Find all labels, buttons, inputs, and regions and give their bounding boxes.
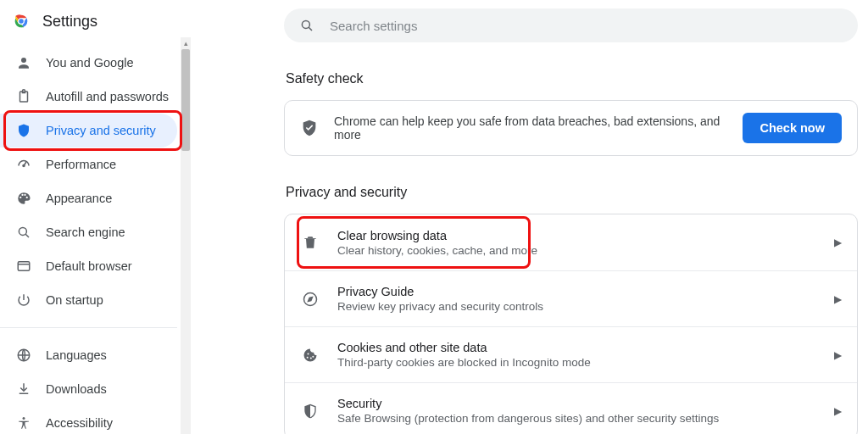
sidebar-item-label: Privacy and security (46, 124, 156, 137)
row-cookies[interactable]: Cookies and other site data Third-party … (285, 326, 857, 382)
clipboard-icon (15, 88, 32, 105)
search-icon (15, 224, 32, 241)
accessibility-icon (15, 415, 32, 431)
svg-point-8 (23, 417, 25, 420)
search-bar[interactable] (284, 8, 858, 42)
main-content: Safety check Chrome can help keep you sa… (191, 0, 868, 434)
sidebar-item-languages[interactable]: Languages (0, 338, 177, 372)
sidebar-item-label: Appearance (46, 192, 112, 205)
sidebar-separator (0, 327, 177, 328)
sidebar-item-search-engine[interactable]: Search engine (0, 215, 177, 249)
sidebar-item-autofill[interactable]: Autofill and passwords (0, 80, 177, 114)
chevron-right-icon: ▶ (834, 236, 842, 248)
privacy-heading: Privacy and security (286, 185, 858, 200)
sidebar-item-you-and-google[interactable]: You and Google (0, 46, 177, 80)
app-root: Settings ▴ You and Google Autofill and p… (0, 0, 868, 434)
trash-icon (300, 232, 320, 253)
row-body: Cookies and other site data Third-party … (337, 341, 827, 369)
row-security[interactable]: Security Safe Browsing (protection from … (285, 382, 857, 434)
globe-icon (15, 347, 32, 364)
cookie-icon (300, 345, 320, 365)
svg-point-4 (23, 164, 25, 166)
sidebar-item-label: On startup (46, 293, 103, 307)
download-icon (15, 381, 32, 398)
sidebar-item-label: Accessibility (46, 416, 113, 430)
chevron-right-icon: ▶ (834, 405, 842, 417)
svg-point-5 (19, 227, 26, 235)
search-input[interactable] (328, 18, 843, 34)
sidebar-item-label: You and Google (46, 56, 133, 70)
sidebar-item-label: Default browser (46, 259, 132, 273)
row-privacy-guide[interactable]: Privacy Guide Review key privacy and sec… (285, 270, 857, 326)
svg-point-3 (21, 58, 26, 63)
sidebar-item-downloads[interactable]: Downloads (0, 372, 177, 406)
settings-title: Settings (42, 13, 97, 31)
scrollbar-thumb[interactable] (181, 49, 190, 151)
sidebar-item-label: Search engine (46, 225, 125, 239)
row-title: Security (337, 397, 827, 410)
safety-check-heading: Safety check (286, 71, 858, 86)
row-sub: Third-party cookies are blocked in Incog… (337, 356, 827, 369)
chevron-right-icon: ▶ (834, 349, 842, 361)
row-body: Privacy Guide Review key privacy and sec… (337, 285, 827, 313)
row-body: Clear browsing data Clear history, cooki… (337, 229, 827, 257)
search-icon (299, 18, 314, 33)
safety-check-card: Chrome can help keep you safe from data … (284, 100, 858, 156)
shield-icon (15, 122, 32, 139)
sidebar: Settings ▴ You and Google Autofill and p… (0, 0, 191, 434)
row-sub: Clear history, cookies, cache, and more (337, 244, 827, 257)
check-now-button[interactable]: Check now (743, 113, 842, 143)
chevron-right-icon: ▶ (834, 293, 842, 305)
shield-half-icon (300, 401, 320, 421)
svg-point-9 (302, 20, 309, 28)
compass-icon (300, 289, 320, 309)
row-sub: Safe Browsing (protection from dangerous… (337, 412, 827, 425)
sidebar-header: Settings (0, 7, 191, 42)
browser-icon (15, 258, 32, 275)
row-title: Privacy Guide (337, 285, 827, 298)
speedometer-icon (15, 156, 32, 173)
safety-check-message: Chrome can help keep you safe from data … (334, 114, 727, 142)
power-icon (15, 292, 32, 309)
row-title: Clear browsing data (337, 229, 827, 242)
svg-rect-6 (18, 262, 30, 271)
sidebar-item-label: Languages (46, 348, 107, 362)
chrome-logo-icon (12, 12, 31, 31)
sidebar-nav: You and Google Autofill and passwords Pr… (0, 42, 191, 434)
row-sub: Review key privacy and security controls (337, 300, 827, 313)
sidebar-item-accessibility[interactable]: Accessibility (0, 406, 177, 434)
sidebar-item-default-browser[interactable]: Default browser (0, 249, 177, 283)
sidebar-item-performance[interactable]: Performance (0, 147, 177, 181)
sidebar-item-privacy-security[interactable]: Privacy and security (0, 114, 177, 147)
sidebar-item-label: Autofill and passwords (46, 90, 169, 103)
row-body: Security Safe Browsing (protection from … (337, 397, 827, 425)
sidebar-item-appearance[interactable]: Appearance (0, 181, 177, 215)
scrollbar-up-icon[interactable]: ▴ (181, 37, 191, 49)
sidebar-scrollbar[interactable]: ▴ (181, 37, 191, 434)
sidebar-item-on-startup[interactable]: On startup (0, 283, 177, 317)
row-clear-browsing-data[interactable]: Clear browsing data Clear history, cooki… (285, 214, 857, 270)
sidebar-item-label: Performance (46, 158, 116, 171)
sidebar-item-label: Downloads (46, 382, 107, 396)
row-title: Cookies and other site data (337, 341, 827, 354)
shield-check-icon (300, 119, 319, 137)
palette-icon (15, 190, 32, 207)
privacy-list-card: Clear browsing data Clear history, cooki… (284, 214, 858, 434)
person-icon (15, 54, 32, 71)
